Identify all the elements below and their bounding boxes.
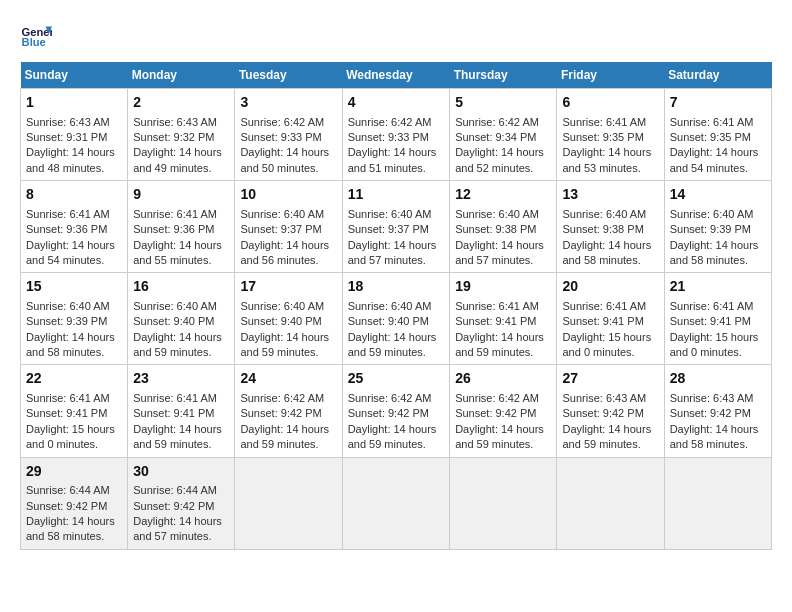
sunrise: Sunrise: 6:41 AM <box>455 300 539 312</box>
daylight: Daylight: 15 hours and 0 minutes. <box>562 331 651 358</box>
sunset: Sunset: 9:42 PM <box>240 407 321 419</box>
calendar-cell: 7Sunrise: 6:41 AMSunset: 9:35 PMDaylight… <box>664 89 771 181</box>
sunset: Sunset: 9:41 PM <box>562 315 643 327</box>
day-number: 21 <box>670 277 766 297</box>
col-header-wednesday: Wednesday <box>342 62 450 89</box>
col-header-tuesday: Tuesday <box>235 62 342 89</box>
daylight: Daylight: 14 hours and 59 minutes. <box>348 331 437 358</box>
sunrise: Sunrise: 6:41 AM <box>26 392 110 404</box>
daylight: Daylight: 14 hours and 58 minutes. <box>26 515 115 542</box>
daylight: Daylight: 14 hours and 59 minutes. <box>562 423 651 450</box>
sunset: Sunset: 9:42 PM <box>348 407 429 419</box>
calendar-cell <box>664 457 771 549</box>
sunset: Sunset: 9:40 PM <box>133 315 214 327</box>
sunrise: Sunrise: 6:43 AM <box>26 116 110 128</box>
sunset: Sunset: 9:39 PM <box>670 223 751 235</box>
calendar-cell: 22Sunrise: 6:41 AMSunset: 9:41 PMDayligh… <box>21 365 128 457</box>
day-number: 28 <box>670 369 766 389</box>
daylight: Daylight: 14 hours and 54 minutes. <box>670 146 759 173</box>
day-number: 23 <box>133 369 229 389</box>
daylight: Daylight: 14 hours and 59 minutes. <box>455 423 544 450</box>
sunrise: Sunrise: 6:41 AM <box>133 392 217 404</box>
calendar-week-row: 29Sunrise: 6:44 AMSunset: 9:42 PMDayligh… <box>21 457 772 549</box>
page-header: General Blue <box>20 20 772 52</box>
daylight: Daylight: 14 hours and 54 minutes. <box>26 239 115 266</box>
daylight: Daylight: 14 hours and 58 minutes. <box>670 239 759 266</box>
sunset: Sunset: 9:35 PM <box>670 131 751 143</box>
calendar-cell: 9Sunrise: 6:41 AMSunset: 9:36 PMDaylight… <box>128 181 235 273</box>
day-number: 12 <box>455 185 551 205</box>
calendar-week-row: 1Sunrise: 6:43 AMSunset: 9:31 PMDaylight… <box>21 89 772 181</box>
calendar-cell: 6Sunrise: 6:41 AMSunset: 9:35 PMDaylight… <box>557 89 664 181</box>
sunset: Sunset: 9:36 PM <box>133 223 214 235</box>
calendar-cell: 26Sunrise: 6:42 AMSunset: 9:42 PMDayligh… <box>450 365 557 457</box>
daylight: Daylight: 14 hours and 56 minutes. <box>240 239 329 266</box>
logo-icon: General Blue <box>20 20 52 52</box>
daylight: Daylight: 14 hours and 57 minutes. <box>133 515 222 542</box>
daylight: Daylight: 14 hours and 58 minutes. <box>670 423 759 450</box>
sunrise: Sunrise: 6:41 AM <box>670 116 754 128</box>
day-number: 20 <box>562 277 658 297</box>
sunset: Sunset: 9:42 PM <box>670 407 751 419</box>
calendar-cell: 14Sunrise: 6:40 AMSunset: 9:39 PMDayligh… <box>664 181 771 273</box>
sunrise: Sunrise: 6:41 AM <box>562 300 646 312</box>
sunset: Sunset: 9:41 PM <box>455 315 536 327</box>
calendar-cell <box>342 457 450 549</box>
daylight: Daylight: 14 hours and 59 minutes. <box>240 331 329 358</box>
sunrise: Sunrise: 6:40 AM <box>455 208 539 220</box>
day-number: 13 <box>562 185 658 205</box>
day-number: 4 <box>348 93 445 113</box>
daylight: Daylight: 14 hours and 59 minutes. <box>133 331 222 358</box>
calendar-cell: 15Sunrise: 6:40 AMSunset: 9:39 PMDayligh… <box>21 273 128 365</box>
calendar-cell: 13Sunrise: 6:40 AMSunset: 9:38 PMDayligh… <box>557 181 664 273</box>
day-number: 17 <box>240 277 336 297</box>
calendar-cell: 23Sunrise: 6:41 AMSunset: 9:41 PMDayligh… <box>128 365 235 457</box>
sunset: Sunset: 9:35 PM <box>562 131 643 143</box>
sunrise: Sunrise: 6:41 AM <box>133 208 217 220</box>
day-number: 9 <box>133 185 229 205</box>
day-number: 24 <box>240 369 336 389</box>
day-number: 5 <box>455 93 551 113</box>
sunset: Sunset: 9:41 PM <box>26 407 107 419</box>
day-number: 19 <box>455 277 551 297</box>
sunrise: Sunrise: 6:44 AM <box>26 484 110 496</box>
calendar-cell: 30Sunrise: 6:44 AMSunset: 9:42 PMDayligh… <box>128 457 235 549</box>
day-number: 26 <box>455 369 551 389</box>
daylight: Daylight: 14 hours and 59 minutes. <box>455 331 544 358</box>
calendar-cell: 4Sunrise: 6:42 AMSunset: 9:33 PMDaylight… <box>342 89 450 181</box>
sunrise: Sunrise: 6:42 AM <box>240 392 324 404</box>
sunrise: Sunrise: 6:44 AM <box>133 484 217 496</box>
sunrise: Sunrise: 6:42 AM <box>240 116 324 128</box>
sunrise: Sunrise: 6:43 AM <box>670 392 754 404</box>
calendar-cell: 28Sunrise: 6:43 AMSunset: 9:42 PMDayligh… <box>664 365 771 457</box>
daylight: Daylight: 14 hours and 58 minutes. <box>562 239 651 266</box>
sunset: Sunset: 9:42 PM <box>133 500 214 512</box>
sunset: Sunset: 9:36 PM <box>26 223 107 235</box>
day-number: 18 <box>348 277 445 297</box>
calendar-week-row: 15Sunrise: 6:40 AMSunset: 9:39 PMDayligh… <box>21 273 772 365</box>
daylight: Daylight: 14 hours and 49 minutes. <box>133 146 222 173</box>
calendar-cell <box>450 457 557 549</box>
calendar-cell: 12Sunrise: 6:40 AMSunset: 9:38 PMDayligh… <box>450 181 557 273</box>
sunrise: Sunrise: 6:40 AM <box>240 300 324 312</box>
calendar-cell: 24Sunrise: 6:42 AMSunset: 9:42 PMDayligh… <box>235 365 342 457</box>
calendar-cell: 18Sunrise: 6:40 AMSunset: 9:40 PMDayligh… <box>342 273 450 365</box>
daylight: Daylight: 14 hours and 57 minutes. <box>455 239 544 266</box>
sunset: Sunset: 9:38 PM <box>562 223 643 235</box>
day-number: 2 <box>133 93 229 113</box>
daylight: Daylight: 14 hours and 58 minutes. <box>26 331 115 358</box>
calendar-cell: 10Sunrise: 6:40 AMSunset: 9:37 PMDayligh… <box>235 181 342 273</box>
sunset: Sunset: 9:41 PM <box>670 315 751 327</box>
sunrise: Sunrise: 6:42 AM <box>455 392 539 404</box>
day-number: 15 <box>26 277 122 297</box>
svg-text:Blue: Blue <box>22 36 46 48</box>
day-number: 3 <box>240 93 336 113</box>
day-number: 27 <box>562 369 658 389</box>
calendar-cell: 21Sunrise: 6:41 AMSunset: 9:41 PMDayligh… <box>664 273 771 365</box>
sunrise: Sunrise: 6:40 AM <box>348 208 432 220</box>
calendar-table: SundayMondayTuesdayWednesdayThursdayFrid… <box>20 62 772 550</box>
sunset: Sunset: 9:41 PM <box>133 407 214 419</box>
col-header-saturday: Saturday <box>664 62 771 89</box>
col-header-friday: Friday <box>557 62 664 89</box>
daylight: Daylight: 14 hours and 50 minutes. <box>240 146 329 173</box>
